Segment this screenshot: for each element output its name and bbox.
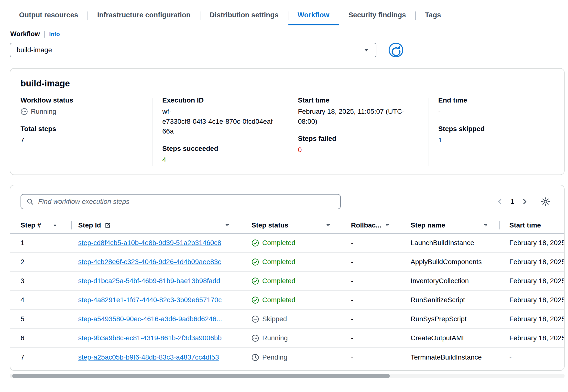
column-label: Step Id	[78, 221, 101, 229]
tab-output-resources[interactable]: Output resources	[10, 6, 88, 25]
table-settings-button[interactable]	[541, 196, 552, 207]
workflow-status-field: Workflow status Running	[20, 97, 145, 117]
column-header-step-number[interactable]: Step #	[10, 217, 72, 233]
start-time-label: Start time	[298, 97, 421, 104]
steps-succeeded-label: Steps succeeded	[162, 145, 286, 153]
workflow-select[interactable]: build-image	[10, 43, 376, 57]
total-steps-field: Total steps 7	[20, 125, 145, 145]
step-name-cell: ApplyBuildComponents	[401, 253, 500, 271]
workflow-page: Output resources Infrastructure configur…	[0, 0, 568, 378]
status-badge: Completed	[252, 296, 295, 304]
steps-skipped-field: Steps skipped 1	[438, 125, 557, 145]
horizontal-scrollbar-track[interactable]	[10, 374, 565, 378]
summary-column-3: Start time February 18, 2025, 11:05:07 (…	[288, 97, 428, 173]
total-steps-label: Total steps	[20, 125, 145, 133]
status-text: Pending	[262, 353, 287, 361]
next-page-button[interactable]	[519, 196, 530, 207]
status-badge: Skipped	[252, 315, 287, 323]
check-circle-icon	[252, 258, 259, 266]
search-icon	[26, 198, 34, 205]
steps-skipped-label: Steps skipped	[438, 125, 557, 133]
step-id-link[interactable]: step-4cb28e6f-c323-4046-9d26-4d4b09aee83…	[78, 258, 221, 266]
step-id-link[interactable]: step-9b3a9b8c-ec81-4319-861b-2f3d3a9006b…	[78, 334, 222, 342]
search-box[interactable]	[20, 194, 341, 209]
step-name-cell: RunSysPrepScript	[401, 310, 500, 328]
search-input[interactable]	[38, 197, 335, 206]
rollback-cell: -	[342, 310, 401, 328]
clock-icon	[252, 354, 259, 361]
step-id-link[interactable]: step-d1bca25a-54bf-46b9-81b9-bae13b98fad…	[78, 277, 220, 285]
start-time-cell: February 18, 2025,	[500, 310, 564, 328]
workflow-selector-label-row: Workflow Info	[10, 30, 565, 38]
tab-workflow[interactable]: Workflow	[288, 6, 339, 25]
step-name-cell: CreateOutputAMI	[401, 329, 500, 347]
workflow-select-row: build-image	[10, 42, 565, 58]
steps-failed-label: Steps failed	[298, 135, 421, 142]
info-link[interactable]: Info	[49, 31, 60, 38]
horizontal-scrollbar-thumb[interactable]	[12, 374, 390, 378]
column-header-step-id[interactable]: Step Id	[72, 217, 241, 233]
filter-icon[interactable]	[326, 223, 331, 228]
workflow-section-label: Workflow	[10, 30, 40, 38]
column-header-step-status[interactable]: Step status	[241, 217, 342, 233]
refresh-button[interactable]	[388, 42, 404, 58]
column-label: Step status	[252, 221, 288, 229]
status-text: Completed	[262, 239, 295, 247]
tab-bar: Output resources Infrastructure configur…	[10, 6, 565, 25]
start-time-cell: February 18, 2025,	[500, 234, 564, 252]
step-name-cell: InventoryCollection	[401, 272, 500, 290]
step-id-link[interactable]: step-a25ac05b-b9f6-48db-83c3-a4837cc4df5…	[78, 353, 219, 361]
start-time-cell: February 18, 2025,	[500, 253, 564, 271]
status-text: Completed	[262, 296, 295, 304]
rollback-cell: -	[342, 291, 401, 309]
filter-icon[interactable]	[224, 223, 230, 228]
status-badge: Running	[252, 334, 288, 342]
summary-column-1: Workflow status Running Total steps 7	[10, 97, 152, 173]
step-number-cell: 1	[10, 234, 72, 252]
label-divider	[44, 31, 45, 38]
summary-columns: Workflow status Running Total steps 7 Ex…	[10, 97, 564, 173]
table-toolbar: 1	[10, 194, 564, 209]
step-id-link[interactable]: step-4a8291e1-1fd7-4440-82c3-3b09e657170…	[78, 296, 222, 304]
table-header: Step # Step Id Step status Rollbac... St…	[10, 217, 564, 234]
table-row: 3 step-d1bca25a-54bf-46b9-81b9-bae13b98f…	[10, 272, 564, 291]
column-label: Rollbac...	[351, 221, 381, 229]
step-id-link[interactable]: step-cd8f4cb5-a10b-4e8b-9d39-51a2b31460c…	[78, 239, 221, 247]
step-id-link[interactable]: step-a5493580-90ec-4616-a3d6-9adb6d6246.…	[78, 315, 222, 323]
execution-id-label: Execution ID	[162, 97, 286, 104]
total-steps-value: 7	[20, 135, 145, 145]
filter-icon[interactable]	[483, 223, 488, 228]
column-header-start-time[interactable]: Start time	[500, 217, 564, 233]
tab-infrastructure-configuration[interactable]: Infrastructure configuration	[88, 6, 200, 25]
summary-column-2: Execution ID wf- e7330cf8-04f3-4c1e-870c…	[152, 97, 288, 173]
tab-tags[interactable]: Tags	[416, 6, 450, 25]
column-label: Start time	[509, 221, 541, 229]
execution-id-value: wf- e7330cf8-04f3-4c1e-870c-0fcd04eaf 66…	[162, 107, 286, 137]
previous-page-button[interactable]	[495, 196, 506, 207]
status-badge: Pending	[252, 353, 287, 361]
tab-distribution-settings[interactable]: Distribution settings	[200, 6, 288, 25]
status-badge: Completed	[252, 258, 295, 266]
rollback-cell: -	[342, 253, 401, 271]
filter-icon[interactable]	[385, 223, 390, 228]
steps-succeeded-value: 4	[162, 155, 286, 165]
start-time-cell: February 18, 2025,	[500, 272, 564, 290]
start-time-value: February 18, 2025, 11:05:07 (UTC-08:00)	[298, 107, 421, 126]
table-row: 2 step-4cb28e6f-c323-4046-9d26-4d4b09aee…	[10, 253, 564, 272]
workflow-status-label: Workflow status	[20, 97, 145, 104]
steps-failed-value: 0	[298, 145, 421, 155]
table-row: 4 step-4a8291e1-1fd7-4440-82c3-3b09e6571…	[10, 291, 564, 310]
column-header-step-name[interactable]: Step name	[401, 217, 500, 233]
check-circle-icon	[252, 239, 259, 247]
status-badge: Completed	[252, 239, 295, 247]
step-name-cell: RunSanitizeScript	[401, 291, 500, 309]
chevron-down-icon	[363, 47, 370, 53]
steps-succeeded-field: Steps succeeded 4	[162, 145, 286, 165]
column-label: Step #	[20, 221, 41, 229]
page-number[interactable]: 1	[510, 198, 514, 206]
tab-security-findings[interactable]: Security findings	[339, 6, 415, 25]
refresh-icon	[388, 42, 404, 58]
in-progress-icon	[20, 108, 28, 115]
column-header-rollback[interactable]: Rollbac...	[342, 217, 401, 233]
rollback-cell: -	[342, 329, 401, 347]
